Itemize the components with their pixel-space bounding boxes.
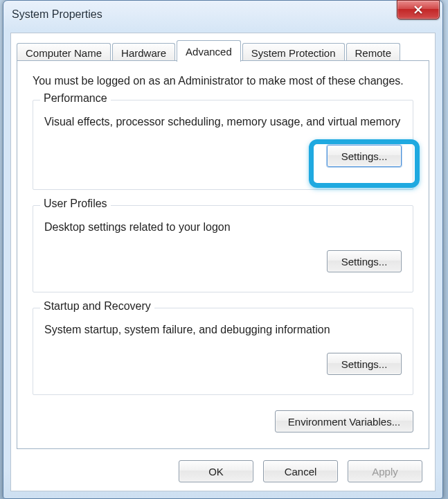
performance-settings-button[interactable]: Settings... <box>327 145 402 167</box>
user-profiles-legend: User Profiles <box>40 198 111 210</box>
performance-group: Performance Visual effects, processor sc… <box>33 100 413 190</box>
environment-variables-button[interactable]: Environment Variables... <box>275 410 413 432</box>
startup-recovery-description: System startup, system failure, and debu… <box>44 324 402 336</box>
startup-recovery-group: Startup and Recovery System startup, sys… <box>33 308 413 395</box>
cancel-button[interactable]: Cancel <box>263 460 338 482</box>
user-profiles-settings-button[interactable]: Settings... <box>327 250 402 272</box>
tab-computer-name[interactable]: Computer Name <box>17 43 111 62</box>
tab-advanced[interactable]: Advanced <box>177 40 241 62</box>
startup-recovery-settings-button[interactable]: Settings... <box>327 353 402 375</box>
user-profiles-description: Desktop settings related to your logon <box>44 221 402 234</box>
user-profiles-group: User Profiles Desktop settings related t… <box>33 205 413 292</box>
apply-button[interactable]: Apply <box>348 460 422 482</box>
system-properties-window: System Properties Computer Name Hardware… <box>3 0 443 499</box>
tab-remote[interactable]: Remote <box>346 43 401 62</box>
tab-strip: Computer Name Hardware Advanced System P… <box>11 33 435 61</box>
tab-system-protection[interactable]: System Protection <box>242 43 345 62</box>
dialog-footer: OK Cancel Apply <box>11 452 435 491</box>
admin-notice-text: You must be logged on as an Administrato… <box>33 75 413 87</box>
window-title: System Properties <box>12 8 397 21</box>
client-area: Computer Name Hardware Advanced System P… <box>10 33 436 491</box>
close-icon <box>413 5 423 15</box>
titlebar[interactable]: System Properties <box>3 1 442 28</box>
close-button[interactable] <box>397 0 440 19</box>
startup-recovery-legend: Startup and Recovery <box>40 300 154 313</box>
environment-variables-row: Environment Variables... <box>33 410 413 432</box>
performance-description: Visual effects, processor scheduling, me… <box>44 116 402 128</box>
tab-panel-advanced: You must be logged on as an Administrato… <box>17 60 429 449</box>
desktop-background: System Properties Computer Name Hardware… <box>0 0 448 499</box>
ok-button[interactable]: OK <box>179 460 253 482</box>
tab-hardware[interactable]: Hardware <box>112 43 175 62</box>
performance-legend: Performance <box>40 92 111 105</box>
